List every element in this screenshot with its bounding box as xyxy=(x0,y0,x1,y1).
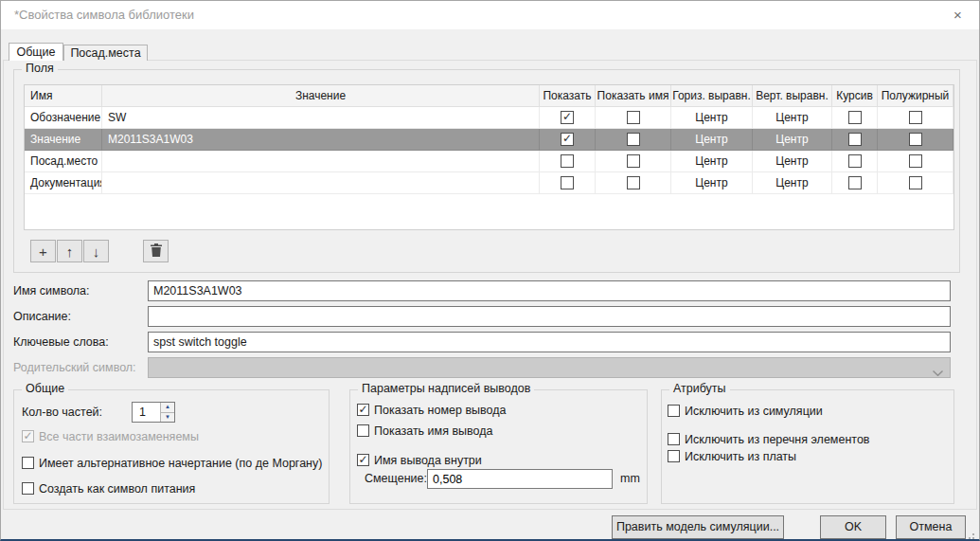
exclude-from-simulation-checkbox[interactable] xyxy=(668,405,680,417)
tab-general[interactable]: Общие xyxy=(9,43,63,61)
table-row[interactable]: Документация Центр Центр xyxy=(25,172,953,194)
keywords-label: Ключевые слова: xyxy=(13,332,109,352)
units-interchangeable-checkbox xyxy=(22,430,34,442)
symbol-name-input[interactable] xyxy=(148,280,951,301)
col-header-h-align[interactable]: Гориз. выравн. xyxy=(671,85,753,107)
exclude-from-simulation-checkbox-row[interactable]: Исключить из симуляции xyxy=(668,404,823,418)
dialog-title: *Свойства символа библиотеки xyxy=(14,1,194,29)
attributes-group-label: Атрибуты xyxy=(669,382,730,396)
show-checkbox[interactable] xyxy=(561,176,574,189)
alternate-body-checkbox-row[interactable]: Имеет альтернативное начертание (по де М… xyxy=(22,456,322,470)
pin-name-inside-checkbox-row[interactable]: Имя вывода внутри xyxy=(357,453,482,467)
plus-icon: + xyxy=(39,242,47,261)
col-header-show-name[interactable]: Показать имя xyxy=(596,85,671,107)
col-header-name[interactable]: Имя xyxy=(25,85,102,107)
unit-count-stepper[interactable]: 1 ▲ ▼ xyxy=(132,402,175,423)
close-icon[interactable]: × xyxy=(936,1,979,29)
field-value-cell[interactable]: M2011S3A1W03 xyxy=(102,129,540,151)
field-name-cell[interactable]: Обозначение xyxy=(25,107,102,129)
units-interchangeable-checkbox-row: Все части взаимозаменяемы xyxy=(22,429,199,443)
power-symbol-checkbox-row[interactable]: Создать как символ питания xyxy=(22,481,195,496)
field-value-cell[interactable] xyxy=(102,172,540,194)
show-checkbox[interactable] xyxy=(561,154,574,168)
field-name-cell[interactable]: Посад.место xyxy=(25,151,102,172)
library-symbol-properties-dialog: *Свойства символа библиотеки × Общие Пос… xyxy=(0,0,980,541)
h-align-cell[interactable]: Центр xyxy=(671,151,753,172)
description-input[interactable] xyxy=(148,306,951,327)
italic-checkbox[interactable] xyxy=(848,176,862,189)
tab-footprints[interactable]: Посад.места xyxy=(63,45,148,61)
delete-field-button[interactable] xyxy=(143,240,169,262)
italic-checkbox[interactable] xyxy=(848,133,862,146)
unit-count-value: 1 xyxy=(133,403,160,422)
show-pin-name-checkbox-row[interactable]: Показать имя вывода xyxy=(357,424,492,438)
show-checkbox[interactable] xyxy=(561,133,574,146)
bold-checkbox[interactable] xyxy=(909,154,922,168)
show-pin-number-checkbox[interactable] xyxy=(357,404,369,416)
show-name-checkbox[interactable] xyxy=(627,133,640,146)
cancel-button[interactable]: Отмена xyxy=(896,515,966,539)
col-header-show[interactable]: Показать xyxy=(540,85,596,107)
resize-grip[interactable] xyxy=(972,533,974,535)
ok-button[interactable]: OK xyxy=(820,515,886,539)
show-name-checkbox[interactable] xyxy=(627,154,640,168)
alternate-body-checkbox[interactable] xyxy=(22,457,34,469)
parent-symbol-label: Родительский символ: xyxy=(13,357,136,378)
arrow-up-icon: ↑ xyxy=(66,242,74,261)
italic-checkbox[interactable] xyxy=(848,111,862,124)
add-field-button[interactable]: + xyxy=(30,240,56,262)
h-align-cell[interactable]: Центр xyxy=(671,172,753,194)
exclude-from-board-checkbox-row[interactable]: Исключить из платы xyxy=(668,449,796,463)
exclude-from-bom-checkbox[interactable] xyxy=(668,433,680,445)
spin-up-icon[interactable]: ▲ xyxy=(161,403,174,413)
show-name-checkbox[interactable] xyxy=(627,176,640,189)
description-label: Описание: xyxy=(13,306,71,327)
v-align-cell[interactable]: Центр xyxy=(753,172,832,194)
col-header-bold[interactable]: Полужирный xyxy=(878,85,953,107)
spin-down-icon[interactable]: ▼ xyxy=(161,413,174,423)
parent-symbol-dropdown xyxy=(148,357,951,378)
exclude-from-board-checkbox[interactable] xyxy=(668,450,680,462)
table-row[interactable]: Обозначение SW Центр Центр xyxy=(25,107,953,129)
show-pin-name-checkbox[interactable] xyxy=(357,424,369,437)
title-bar[interactable]: *Свойства символа библиотеки × xyxy=(1,1,979,29)
h-align-cell[interactable]: Центр xyxy=(671,129,753,151)
table-header-row: Имя Значение Показать Показать имя Гориз… xyxy=(25,85,953,107)
show-checkbox[interactable] xyxy=(561,111,574,124)
col-header-value[interactable]: Значение xyxy=(102,85,540,107)
arrow-down-icon: ↓ xyxy=(93,242,100,261)
bold-checkbox[interactable] xyxy=(909,176,922,189)
move-up-button[interactable]: ↑ xyxy=(57,240,82,262)
offset-input[interactable] xyxy=(427,469,613,489)
h-align-cell[interactable]: Центр xyxy=(671,107,753,129)
keywords-input[interactable] xyxy=(148,332,951,352)
move-down-button[interactable]: ↓ xyxy=(83,240,109,262)
chevron-down-icon xyxy=(933,366,943,379)
bold-checkbox[interactable] xyxy=(909,111,922,124)
col-header-italic[interactable]: Курсив xyxy=(832,85,878,107)
offset-unit-label: mm xyxy=(620,469,640,489)
field-value-cell[interactable]: SW xyxy=(102,107,540,129)
field-name-cell[interactable]: Документация xyxy=(25,172,102,194)
show-name-checkbox[interactable] xyxy=(627,111,640,124)
fields-table[interactable]: Имя Значение Показать Показать имя Гориз… xyxy=(24,84,954,230)
v-align-cell[interactable]: Центр xyxy=(753,129,832,151)
v-align-cell[interactable]: Центр xyxy=(753,151,832,172)
pin-text-group-label: Параметры надписей выводов xyxy=(358,382,534,396)
edit-simulation-model-button[interactable]: Править модель симуляции... xyxy=(612,515,784,539)
show-pin-number-checkbox-row[interactable]: Показать номер вывода xyxy=(357,403,506,417)
trash-icon xyxy=(151,242,162,261)
power-symbol-checkbox[interactable] xyxy=(22,482,34,495)
field-value-cell[interactable] xyxy=(102,151,540,172)
table-row[interactable]: Значение M2011S3A1W03 Центр Центр xyxy=(25,129,953,151)
general-group-label: Общие xyxy=(22,382,68,396)
v-align-cell[interactable]: Центр xyxy=(753,107,832,129)
bold-checkbox[interactable] xyxy=(909,133,922,146)
col-header-v-align[interactable]: Верт. выравн. xyxy=(753,85,832,107)
offset-label: Смещение: xyxy=(365,469,427,489)
table-row[interactable]: Посад.место Центр Центр xyxy=(25,151,953,172)
pin-name-inside-checkbox[interactable] xyxy=(357,454,369,466)
field-name-cell[interactable]: Значение xyxy=(25,129,102,151)
italic-checkbox[interactable] xyxy=(848,154,862,168)
exclude-from-bom-checkbox-row[interactable]: Исключить из перечня элементов xyxy=(668,432,869,446)
